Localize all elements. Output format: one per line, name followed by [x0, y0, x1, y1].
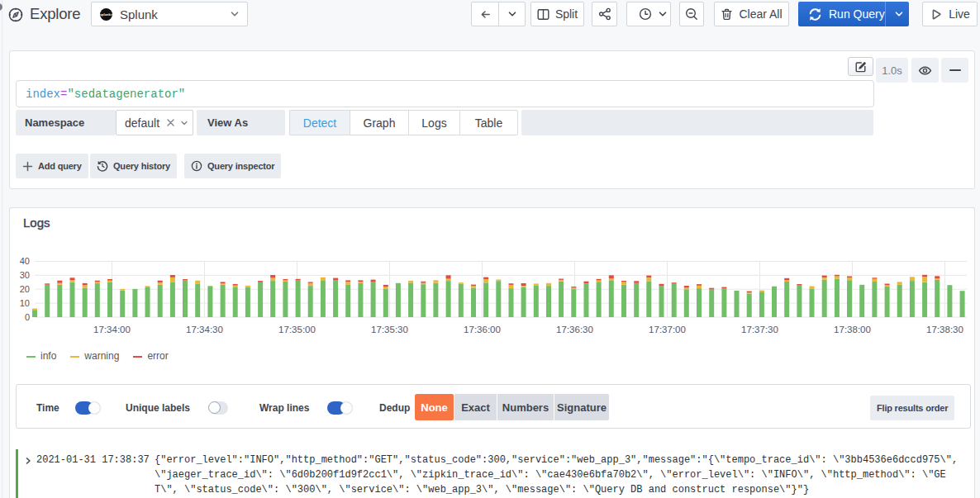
- svg-text:17:34:00: 17:34:00: [93, 325, 131, 334]
- svg-text:17:34:30: 17:34:30: [186, 325, 223, 334]
- svg-text:0: 0: [25, 312, 30, 322]
- svg-text:17:37:00: 17:37:00: [649, 325, 686, 334]
- svg-text:20: 20: [20, 284, 30, 294]
- svg-text:17:38:30: 17:38:30: [926, 325, 963, 334]
- svg-text:17:37:30: 17:37:30: [741, 325, 778, 334]
- svg-text:40: 40: [20, 256, 30, 266]
- svg-text:17:36:30: 17:36:30: [556, 325, 593, 334]
- svg-text:17:35:30: 17:35:30: [371, 325, 408, 334]
- svg-text:17:38:00: 17:38:00: [834, 325, 871, 334]
- svg-text:17:36:00: 17:36:00: [464, 325, 501, 334]
- svg-text:10: 10: [20, 298, 30, 308]
- svg-text:17:35:00: 17:35:00: [278, 325, 316, 334]
- svg-text:30: 30: [20, 270, 30, 280]
